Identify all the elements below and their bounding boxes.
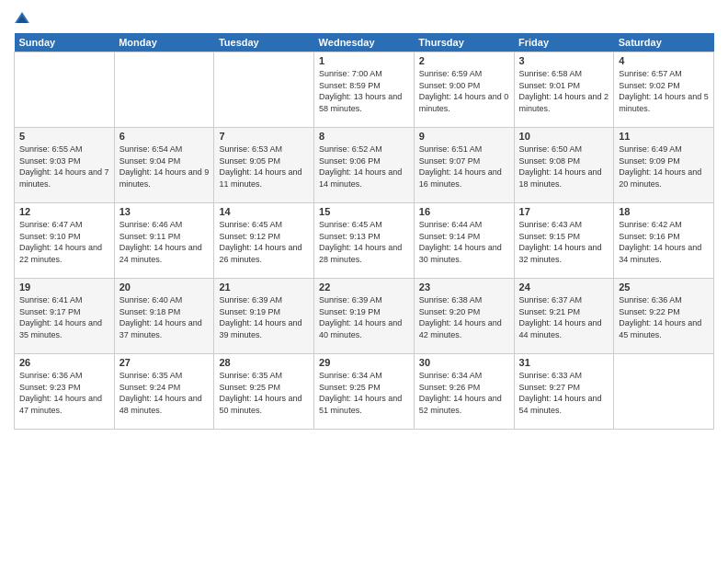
date-number: 10 [519,131,609,142]
date-number: 12 [19,206,109,217]
calendar-day-27: 27Sunrise: 6:35 AMSunset: 9:24 PMDayligh… [114,354,214,430]
calendar-day-8: 8Sunrise: 6:52 AMSunset: 9:06 PMDaylight… [314,128,415,203]
date-number: 14 [219,206,309,217]
date-number: 7 [219,131,309,142]
date-number: 25 [619,282,709,293]
cell-info: Sunrise: 6:46 AMSunset: 9:11 PMDaylight:… [119,219,210,265]
calendar-day-25: 25Sunrise: 6:36 AMSunset: 9:22 PMDayligh… [614,279,714,354]
date-number: 29 [319,357,409,368]
calendar-day-3: 3Sunrise: 6:58 AMSunset: 9:01 PMDaylight… [514,52,614,128]
cell-info: Sunrise: 6:45 AMSunset: 9:13 PMDaylight:… [319,219,409,265]
date-number: 27 [119,357,210,368]
day-header-wednesday: Wednesday [314,33,415,52]
calendar-day-10: 10Sunrise: 6:50 AMSunset: 9:08 PMDayligh… [514,128,614,203]
day-header-thursday: Thursday [414,33,514,52]
date-number: 17 [519,206,609,217]
date-number: 31 [519,357,609,368]
date-number: 28 [219,357,309,368]
calendar-day-empty [15,52,115,128]
date-number: 9 [419,131,509,142]
calendar-day-11: 11Sunrise: 6:49 AMSunset: 9:09 PMDayligh… [614,128,714,203]
calendar-day-21: 21Sunrise: 6:39 AMSunset: 9:19 PMDayligh… [214,279,314,354]
cell-info: Sunrise: 6:49 AMSunset: 9:09 PMDaylight:… [619,144,709,190]
calendar-day-23: 23Sunrise: 6:38 AMSunset: 9:20 PMDayligh… [414,279,514,354]
calendar-table: SundayMondayTuesdayWednesdayThursdayFrid… [14,33,714,430]
calendar-day-24: 24Sunrise: 6:37 AMSunset: 9:21 PMDayligh… [514,279,614,354]
date-number: 20 [119,282,210,293]
cell-info: Sunrise: 6:34 AMSunset: 9:26 PMDaylight:… [419,370,509,416]
calendar-day-29: 29Sunrise: 6:34 AMSunset: 9:25 PMDayligh… [314,354,415,430]
day-header-tuesday: Tuesday [214,33,314,52]
calendar-week-5: 26Sunrise: 6:36 AMSunset: 9:23 PMDayligh… [15,354,714,430]
date-number: 19 [19,282,109,293]
calendar-day-12: 12Sunrise: 6:47 AMSunset: 9:10 PMDayligh… [15,203,115,279]
cell-info: Sunrise: 6:39 AMSunset: 9:19 PMDaylight:… [219,294,309,340]
cell-info: Sunrise: 6:50 AMSunset: 9:08 PMDaylight:… [519,144,609,190]
calendar-week-3: 12Sunrise: 6:47 AMSunset: 9:10 PMDayligh… [15,203,714,279]
cell-info: Sunrise: 6:59 AMSunset: 9:00 PMDaylight:… [419,68,509,114]
date-number: 30 [419,357,509,368]
calendar-day-19: 19Sunrise: 6:41 AMSunset: 9:17 PMDayligh… [15,279,115,354]
day-header-row: SundayMondayTuesdayWednesdayThursdayFrid… [15,33,714,52]
calendar-day-31: 31Sunrise: 6:33 AMSunset: 9:27 PMDayligh… [514,354,614,430]
date-number: 6 [119,131,210,142]
cell-info: Sunrise: 6:57 AMSunset: 9:02 PMDaylight:… [619,68,709,114]
calendar-week-4: 19Sunrise: 6:41 AMSunset: 9:17 PMDayligh… [15,279,714,354]
date-number: 5 [19,131,109,142]
calendar-day-2: 2Sunrise: 6:59 AMSunset: 9:00 PMDaylight… [414,52,514,128]
calendar-day-empty [614,354,714,430]
date-number: 23 [419,282,509,293]
cell-info: Sunrise: 6:36 AMSunset: 9:22 PMDaylight:… [619,294,709,340]
header [14,9,714,26]
cell-info: Sunrise: 7:00 AMSunset: 8:59 PMDaylight:… [319,68,409,114]
cell-info: Sunrise: 6:44 AMSunset: 9:14 PMDaylight:… [419,219,509,265]
calendar-day-9: 9Sunrise: 6:51 AMSunset: 9:07 PMDaylight… [414,128,514,203]
calendar-day-20: 20Sunrise: 6:40 AMSunset: 9:18 PMDayligh… [114,279,214,354]
calendar-day-5: 5Sunrise: 6:55 AMSunset: 9:03 PMDaylight… [15,128,115,203]
cell-info: Sunrise: 6:53 AMSunset: 9:05 PMDaylight:… [219,144,309,190]
cell-info: Sunrise: 6:47 AMSunset: 9:10 PMDaylight:… [19,219,109,265]
calendar-day-empty [114,52,214,128]
cell-info: Sunrise: 6:37 AMSunset: 9:21 PMDaylight:… [519,294,609,340]
date-number: 24 [519,282,609,293]
cell-info: Sunrise: 6:51 AMSunset: 9:07 PMDaylight:… [419,144,509,190]
cell-info: Sunrise: 6:52 AMSunset: 9:06 PMDaylight:… [319,144,409,190]
cell-info: Sunrise: 6:40 AMSunset: 9:18 PMDaylight:… [119,294,210,340]
cell-info: Sunrise: 6:34 AMSunset: 9:25 PMDaylight:… [319,370,409,416]
date-number: 11 [619,131,709,142]
date-number: 1 [319,55,409,66]
calendar-day-28: 28Sunrise: 6:35 AMSunset: 9:25 PMDayligh… [214,354,314,430]
calendar-week-2: 5Sunrise: 6:55 AMSunset: 9:03 PMDaylight… [15,128,714,203]
logo [14,9,34,26]
cell-info: Sunrise: 6:45 AMSunset: 9:12 PMDaylight:… [219,219,309,265]
calendar-day-4: 4Sunrise: 6:57 AMSunset: 9:02 PMDaylight… [614,52,714,128]
calendar-day-17: 17Sunrise: 6:43 AMSunset: 9:15 PMDayligh… [514,203,614,279]
calendar-day-26: 26Sunrise: 6:36 AMSunset: 9:23 PMDayligh… [15,354,115,430]
date-number: 4 [619,55,709,66]
calendar-day-13: 13Sunrise: 6:46 AMSunset: 9:11 PMDayligh… [114,203,214,279]
cell-info: Sunrise: 6:58 AMSunset: 9:01 PMDaylight:… [519,68,609,114]
day-header-friday: Friday [514,33,614,52]
date-number: 18 [619,206,709,217]
date-number: 8 [319,131,409,142]
calendar-day-1: 1Sunrise: 7:00 AMSunset: 8:59 PMDaylight… [314,52,415,128]
cell-info: Sunrise: 6:36 AMSunset: 9:23 PMDaylight:… [19,370,109,416]
date-number: 26 [19,357,109,368]
calendar-day-empty [214,52,314,128]
cell-info: Sunrise: 6:54 AMSunset: 9:04 PMDaylight:… [119,144,210,190]
date-number: 15 [319,206,409,217]
cell-info: Sunrise: 6:55 AMSunset: 9:03 PMDaylight:… [19,144,109,190]
logo-icon [14,9,30,26]
page: SundayMondayTuesdayWednesdayThursdayFrid… [0,0,728,563]
date-number: 21 [219,282,309,293]
calendar-day-15: 15Sunrise: 6:45 AMSunset: 9:13 PMDayligh… [314,203,415,279]
cell-info: Sunrise: 6:35 AMSunset: 9:24 PMDaylight:… [119,370,210,416]
calendar-day-6: 6Sunrise: 6:54 AMSunset: 9:04 PMDaylight… [114,128,214,203]
cell-info: Sunrise: 6:42 AMSunset: 9:16 PMDaylight:… [619,219,709,265]
cell-info: Sunrise: 6:35 AMSunset: 9:25 PMDaylight:… [219,370,309,416]
cell-info: Sunrise: 6:39 AMSunset: 9:19 PMDaylight:… [319,294,409,340]
calendar-day-14: 14Sunrise: 6:45 AMSunset: 9:12 PMDayligh… [214,203,314,279]
calendar-day-18: 18Sunrise: 6:42 AMSunset: 9:16 PMDayligh… [614,203,714,279]
date-number: 13 [119,206,210,217]
day-header-monday: Monday [114,33,214,52]
